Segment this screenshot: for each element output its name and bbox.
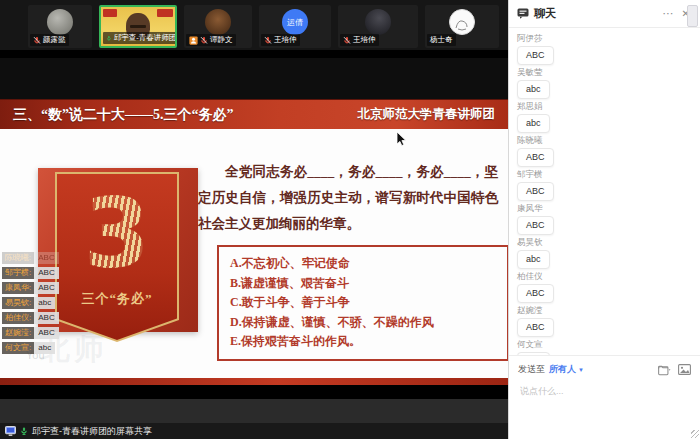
divider-strip	[0, 50, 508, 58]
overlay-sender: 柏佳仪:	[2, 312, 34, 324]
mic-muted-icon	[264, 36, 272, 45]
chat-panel-title: 聊天	[534, 6, 556, 21]
badge-number: 3	[57, 184, 177, 284]
chat-overlay-list: 陈晓曦:ABC 邹宇横:ABC 康凤华:ABC 易昊钦:abc 柏佳仪:ABC …	[2, 252, 59, 354]
overlay-text: abc	[34, 342, 55, 354]
meeting-window: 颜露懿 邱宇查-青春讲师团	[0, 0, 700, 439]
mouse-cursor-icon	[396, 132, 408, 147]
option-c: C.敢于斗争、善于斗争	[230, 293, 496, 313]
sender-name: 郑思娟	[517, 100, 688, 112]
overlay-sender: 易昊钦:	[2, 297, 34, 309]
chat-message: 柏佳仪ABC	[517, 270, 688, 303]
overlay-sender: 康凤华:	[2, 282, 34, 294]
sender-name: 陈晓曦	[517, 134, 688, 146]
participant-name-label: 杨士奇	[427, 34, 456, 46]
chat-message: 康凤华ABC	[517, 202, 688, 235]
chat-message: 邹宇横ABC	[517, 168, 688, 201]
slide-header-bar: 三、“数”说二十大——5.三个“务必” 北京师范大学青春讲师团	[0, 99, 508, 129]
participant-tile[interactable]: 颜露懿	[28, 5, 92, 48]
chat-header: 聊天 ⋯ ✕	[509, 0, 700, 28]
host-badge-icon	[189, 36, 198, 45]
participant-name: 谭静文	[210, 35, 233, 45]
chat-message: 郑思娟abc	[517, 100, 688, 133]
message-bubble: ABC	[517, 318, 554, 337]
sender-name: 康凤华	[517, 202, 688, 214]
avatar: 运倩	[282, 9, 308, 35]
overlay-text: ABC	[34, 282, 58, 294]
participant-name: 邱宇查-青春讲师团	[114, 33, 177, 43]
video-banner-left	[103, 9, 117, 17]
participant-tile[interactable]: 谭静文	[184, 5, 252, 48]
chat-footer: 发送至 所有人 ▼	[509, 355, 700, 439]
overlay-sender: 何文宣:	[2, 342, 34, 354]
send-to-label: 发送至	[518, 363, 545, 376]
badge-label: 三个“务必”	[57, 290, 177, 308]
sender-name: 何文宣	[517, 338, 688, 350]
speaker-glasses	[130, 25, 146, 28]
shared-screen-area: 颜露懿 邱宇查-青春讲师团	[0, 0, 508, 439]
badge-pennant-inner: 3 三个“务必”	[57, 174, 177, 340]
participant-tile[interactable]: 杨士奇	[425, 5, 499, 48]
chat-message-list[interactable]: 阿伊莎ABC 吴敏莹abc 郑思娟abc 陈晓曦ABC 邹宇横ABC 康凤华AB…	[509, 28, 688, 359]
option-d: D.保持谦虚、谨慎、不骄、不躁的作风	[230, 313, 496, 333]
option-a: A.不忘初心、牢记使命	[230, 254, 496, 274]
overlay-sender: 陈晓曦:	[2, 252, 34, 264]
avatar	[47, 9, 73, 35]
chat-overlay-row: 邹宇横:ABC	[2, 267, 59, 279]
share-text: 邱宇查-青春讲师团的屏幕共享	[32, 425, 152, 438]
mic-muted-icon	[33, 36, 41, 45]
participant-name-label: 王培仲	[261, 34, 300, 46]
chat-message: 陈晓曦ABC	[517, 134, 688, 167]
chat-overlay-row: 易昊钦:abc	[2, 297, 59, 309]
letterbox-bottom	[0, 385, 508, 399]
mic-muted-icon	[200, 36, 208, 45]
chat-overlay-row: 柏佳仪:ABC	[2, 312, 59, 324]
participant-tile[interactable]: 运倩 王培仲	[259, 5, 331, 48]
overlay-text: ABC	[34, 312, 58, 324]
message-bubble: abc	[517, 114, 550, 133]
scrollbar-thumb[interactable]	[687, 5, 698, 27]
avatar	[365, 9, 391, 35]
screen-share-indicator: 邱宇查-青春讲师团的屏幕共享	[0, 423, 508, 439]
participant-tile-active-speaker[interactable]: 邱宇查-青春讲师团	[99, 5, 177, 48]
participant-name: 王培仲	[353, 35, 376, 45]
resize-handle[interactable]	[691, 430, 699, 438]
sender-name: 邹宇横	[517, 168, 688, 180]
message-bubble: ABC	[517, 148, 554, 167]
chat-message: 赵婉滢ABC	[517, 304, 688, 337]
overlay-sender: 赵婉滢:	[2, 327, 34, 339]
chat-message: 阿伊莎ABC	[517, 32, 688, 65]
slide-body: 3 三个“务必” 全党同志务必____，务必____，务必____，坚定历史自信…	[0, 129, 508, 378]
overlay-text: ABC	[34, 267, 58, 279]
option-b: B.谦虚谨慎、艰苦奋斗	[230, 274, 496, 294]
message-bubble: ABC	[517, 46, 554, 65]
participant-name-label: 谭静文	[186, 34, 236, 46]
file-transfer-icon[interactable]	[658, 364, 671, 376]
overlay-text: abc	[34, 297, 55, 309]
participant-name: 王培仲	[274, 35, 297, 45]
participant-name-label: 邱宇查-青春讲师团	[103, 32, 177, 44]
mic-active-icon	[106, 34, 112, 43]
slide-bottom-red-strip	[0, 378, 508, 385]
participant-name: 杨士奇	[430, 35, 453, 45]
chat-panel: 聊天 ⋯ ✕ 阿伊莎ABC 吴敏莹abc 郑思娟abc 陈晓曦ABC 邹宇横AB…	[508, 0, 700, 439]
chevron-down-icon[interactable]: ▼	[578, 367, 584, 373]
overlay-sender: 邹宇横:	[2, 267, 34, 279]
message-bubble: ABC	[517, 216, 554, 235]
overlay-text: ABC	[34, 252, 58, 264]
sender-name: 赵婉滢	[517, 304, 688, 316]
slide-title: 三、“数”说二十大——5.三个“务必”	[13, 106, 234, 124]
slide-paragraph: 全党同志务必____，务必____，务必____，坚定历史自信，增强历史主动，谱…	[198, 159, 498, 237]
participant-name-label: 颜露懿	[30, 34, 69, 46]
chat-overlay-row: 康凤华:ABC	[2, 282, 59, 294]
participant-tile[interactable]: 王培仲	[338, 5, 418, 48]
option-e: E.保持艰苦奋斗的作风。	[230, 332, 496, 352]
send-to-dropdown[interactable]: 所有人	[549, 363, 576, 376]
participant-name-label: 王培仲	[340, 34, 379, 46]
more-icon[interactable]: ⋯	[663, 8, 674, 19]
chat-input[interactable]	[518, 385, 695, 397]
screenshot-icon[interactable]	[678, 364, 691, 375]
message-bubble: ABC	[517, 284, 554, 303]
chat-message: 易昊钦abc	[517, 236, 688, 269]
monitor-icon	[5, 426, 16, 436]
